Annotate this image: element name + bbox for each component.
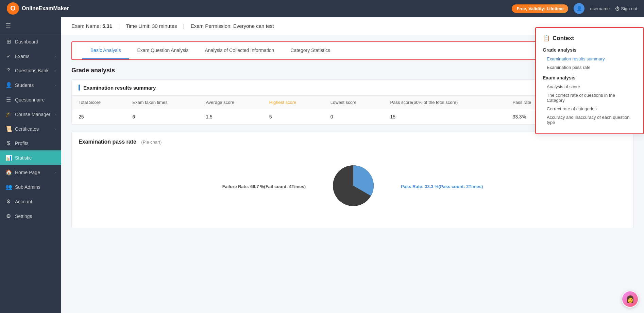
user-name: username	[590, 6, 610, 11]
power-icon: ⏻	[615, 6, 620, 11]
account-icon: ⚙	[5, 198, 12, 205]
cell-pass-score: 15	[384, 109, 506, 125]
permission-value-text: Everyone can test	[233, 23, 274, 29]
tab-basic-analysis[interactable]: Basic Analysis	[82, 42, 129, 59]
context-link-accuracy-inaccuracy[interactable]: Accuracy and inaccuracy of each question…	[543, 113, 637, 127]
cell-total-score: 25	[72, 109, 125, 125]
sidebar-label-students: Students	[15, 82, 34, 88]
svg-text:O: O	[10, 4, 16, 12]
sub-admins-icon: 👥	[5, 184, 12, 190]
free-badge: Free, Validity: Lifetime	[512, 4, 568, 13]
sidebar-label-settings: Settings	[15, 214, 32, 219]
tabs-list: Basic Analysis Exam Question Analysis An…	[82, 42, 338, 59]
statistic-icon: 📊	[5, 154, 12, 161]
col-highest-score: Highest score	[262, 96, 324, 109]
top-navigation: O OnlineExamMaker Free, Validity: Lifeti…	[0, 0, 644, 17]
logo-text: OnlineExamMaker	[22, 5, 69, 12]
profits-icon: $	[5, 140, 12, 146]
pie-chart-svg	[326, 159, 380, 213]
tab-category-statistics[interactable]: Category Statistics	[282, 42, 338, 59]
col-pass-score: Pass score(60% of the total score)	[384, 96, 506, 109]
sidebar-item-settings[interactable]: ⚙ Settings	[0, 209, 61, 223]
cell-average-score: 1.5	[199, 109, 262, 125]
sign-out-button[interactable]: ⏻ Sign out	[615, 6, 637, 11]
chevron-right-icon: ›	[54, 54, 56, 58]
section-bar	[79, 85, 80, 91]
cell-exam-taken: 6	[125, 109, 199, 125]
pie-legend-left: Failure Rate: 66.7 %(Fail count: 4Times)	[222, 184, 306, 189]
sidebar-label-exams: Exams	[15, 54, 30, 59]
bottom-avatar[interactable]: 👩	[622, 291, 639, 308]
failure-rate-label: Failure Rate: 66.7 %(Fail count: 4Times)	[222, 184, 306, 189]
context-link-correct-rate-questions[interactable]: The correct rate of questions in the Cat…	[543, 91, 637, 105]
sidebar-label-certificates: Certificates	[15, 126, 39, 132]
context-group-exam-analysis: Exam analysis	[543, 75, 637, 80]
chevron-right-icon-qb: ›	[54, 69, 56, 73]
home-icon: 🏠	[5, 169, 12, 176]
context-title-text: Context	[553, 35, 574, 42]
cell-lowest-score: 0	[324, 109, 384, 125]
bottom-avatar-image: 👩	[622, 291, 638, 307]
context-link-correct-rate-categories[interactable]: Correct rate of categories	[543, 105, 637, 113]
exams-icon: ✓	[5, 53, 12, 59]
sidebar-item-course-manager[interactable]: 🎓 Course Manager ›	[0, 107, 61, 122]
sidebar-label-profits: Profits	[15, 141, 29, 146]
questions-bank-icon: ?	[5, 68, 12, 74]
tab-analysis-collected[interactable]: Analysis of Collected Information	[197, 42, 282, 59]
sidebar-item-questions-bank[interactable]: ? Questions Bank ›	[0, 63, 61, 78]
chevron-right-icon-hp: ›	[54, 170, 56, 174]
sidebar-item-profits[interactable]: $ Profits	[0, 136, 61, 150]
sidebar-item-statistic[interactable]: 📊 Statistic	[0, 150, 61, 165]
exam-name-value: 5.31	[102, 23, 112, 29]
hamburger-menu[interactable]: ☰	[0, 17, 61, 34]
context-link-exam-results-summary[interactable]: Examination results summary	[543, 55, 637, 63]
sidebar-item-students[interactable]: 👤 Students ›	[0, 78, 61, 92]
time-limit-value-text: 30 minutes	[152, 23, 177, 29]
col-lowest-score: Lowest score	[324, 96, 384, 109]
col-exam-taken: Exam taken times	[125, 96, 199, 109]
sidebar-label-dashboard: Dashboard	[15, 39, 38, 44]
avatar[interactable]: 👤	[574, 3, 584, 14]
permission-label: Exam Permission:	[191, 23, 232, 29]
dashboard-icon: ⊞	[5, 38, 12, 45]
logo[interactable]: O OnlineExamMaker	[7, 2, 69, 15]
logo-icon: O	[7, 2, 19, 15]
context-panel: 📋 Context Grade analysis Examination res…	[535, 27, 644, 134]
chevron-right-icon-st: ›	[54, 83, 56, 87]
sidebar-item-exams[interactable]: ✓ Exams ›	[0, 49, 61, 63]
topnav-right: Free, Validity: Lifetime 👤 username ⏻ Si…	[512, 3, 637, 14]
pie-legend-right: Pass Rate: 33.3 %(Pass count: 2Times)	[401, 184, 483, 189]
divider-2: |	[183, 23, 185, 29]
context-link-analysis-score[interactable]: Analysis of score	[543, 82, 637, 91]
pie-container: Failure Rate: 66.7 %(Fail count: 4Times)	[79, 152, 627, 221]
col-average-score: Average score	[199, 96, 262, 109]
chevron-right-icon-cert: ›	[54, 127, 56, 131]
sidebar-label-questions-bank: Questions Bank	[15, 68, 49, 73]
sidebar-item-certificates[interactable]: 📜 Certificates ›	[0, 122, 61, 136]
pie-title-text: Examination pass rate	[79, 139, 136, 145]
pass-rate-label: Pass Rate: 33.3 %(Pass count: 2Times)	[401, 184, 483, 189]
course-manager-icon: 🎓	[5, 111, 12, 117]
pie-subtitle-text: (Pie chart)	[141, 140, 162, 145]
sidebar-item-home-page[interactable]: 🏠 Home Page ›	[0, 165, 61, 180]
sidebar-item-dashboard[interactable]: ⊞ Dashboard	[0, 34, 61, 49]
pie-chart	[326, 159, 380, 214]
cell-highest-score: 5	[262, 109, 324, 125]
sidebar-item-questionnaire[interactable]: ☰ Questionnaire	[0, 92, 61, 107]
pie-chart-section: Examination pass rate (Pie chart) Failur…	[71, 132, 634, 228]
col-total-score: Total Score	[72, 96, 125, 109]
sidebar-item-sub-admins[interactable]: 👥 Sub Admins	[0, 180, 61, 194]
sidebar-label-sub-admins: Sub Admins	[15, 184, 40, 190]
time-limit-label: Time Limit:	[126, 23, 151, 29]
tab-exam-question-analysis[interactable]: Exam Question Analysis	[129, 42, 197, 59]
settings-icon: ⚙	[5, 213, 12, 219]
students-icon: 👤	[5, 82, 12, 88]
context-link-exam-pass-rate[interactable]: Examination pass rate	[543, 63, 637, 72]
divider-1: |	[118, 23, 120, 29]
chevron-right-icon-cm: ›	[54, 112, 56, 116]
exam-results-subtitle-text: Examination results summary	[83, 85, 156, 91]
certificates-icon: 📜	[5, 126, 12, 132]
sidebar-label-statistic: Statistic	[15, 155, 32, 161]
sidebar-item-account[interactable]: ⚙ Account	[0, 194, 61, 209]
questionnaire-icon: ☰	[5, 96, 12, 103]
